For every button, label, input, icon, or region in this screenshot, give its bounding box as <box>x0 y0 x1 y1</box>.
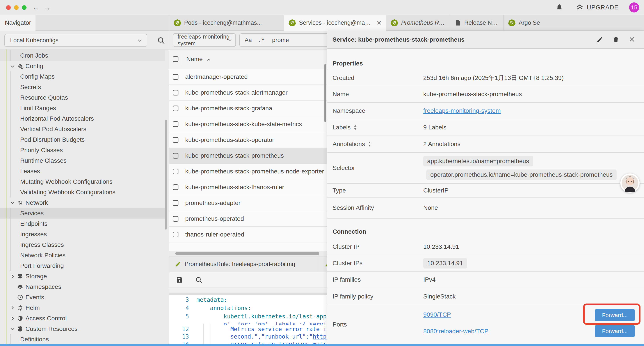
sidebar-item-vertical-pod-autoscalers[interactable]: Vertical Pod Autoscalers <box>0 124 165 134</box>
tab-close-icon[interactable]: ✕ <box>376 19 382 26</box>
select-all-checkbox[interactable] <box>173 56 178 62</box>
namespace-select-value: freeleaps-monitoring-system <box>178 33 236 47</box>
sidebar-item-runtime-classes[interactable]: Runtime Classes <box>0 155 165 166</box>
tree-accent-guide <box>6 49 7 346</box>
sidebar-item-cron-jobs[interactable]: Cron Jobs <box>0 50 165 61</box>
sidebar-item-horizontal-pod-autoscalers[interactable]: Horizontal Pod Autoscalers <box>0 113 165 124</box>
sidebar-item-config[interactable]: Config <box>0 61 165 71</box>
table-horizontal-scrollbar[interactable] <box>175 252 319 255</box>
sort-both-icon[interactable] <box>353 125 358 130</box>
sidebar-item-validating-webhook-configurations[interactable]: Validating Webhook Configurations <box>0 187 165 198</box>
sidebar-item-network[interactable]: Network <box>0 198 165 208</box>
sidebar-item-secrets[interactable]: Secrets <box>0 82 165 92</box>
row-checkbox[interactable] <box>173 184 178 190</box>
row-checkbox[interactable] <box>173 74 178 80</box>
back-button[interactable]: ← <box>32 3 40 11</box>
chevron-right-icon[interactable] <box>10 274 16 279</box>
detail-row-name: Namekube-prometheus-stack-prometheus <box>327 86 644 103</box>
sidebar-item-storage[interactable]: Storage <box>0 271 165 282</box>
row-checkbox[interactable] <box>173 106 178 111</box>
chevron-down-icon[interactable] <box>10 63 16 69</box>
row-checkbox[interactable] <box>173 232 178 237</box>
port-link-9090-tcp[interactable]: 9090/TCP <box>423 311 451 318</box>
chevron-right-icon[interactable] <box>10 305 16 311</box>
sidebar-item-priority-classes[interactable]: Priority Classes <box>0 145 165 155</box>
sidebar-item-pod-disruption-budgets[interactable]: Pod Disruption Budgets <box>0 134 165 145</box>
tree-indent-guide <box>10 208 10 271</box>
close-icon[interactable] <box>629 36 635 43</box>
tab-release-notes[interactable]: Release Notes <box>450 15 504 31</box>
search-icon[interactable] <box>157 36 165 45</box>
sidebar-item-mutating-webhook-configurations[interactable]: Mutating Webhook Configurations <box>0 177 165 187</box>
tab-argo-se[interactable]: Argo Se <box>504 15 644 31</box>
sidebar-item-services[interactable]: Services <box>0 208 165 219</box>
sort-both-icon[interactable] <box>367 141 372 147</box>
sidebar-item-port-forwarding[interactable]: Port Forwarding <box>0 261 165 271</box>
namespaces-icon <box>17 284 24 290</box>
detail-panel-title: Service: kube-prometheus-stack-prometheu… <box>332 36 464 43</box>
regex-toggle[interactable]: .* <box>258 37 265 43</box>
chevron-down-icon[interactable] <box>10 200 16 206</box>
window-minimize-button[interactable] <box>14 5 19 10</box>
row-checkbox[interactable] <box>173 137 178 143</box>
match-case-toggle[interactable]: Aa <box>244 37 252 43</box>
sidebar-item-endpoints[interactable]: Endpoints <box>0 219 165 229</box>
assistant-avatar[interactable] <box>620 173 640 193</box>
tab-label: Argo Se <box>518 19 640 26</box>
sidebar-item-definitions[interactable]: Definitions <box>0 334 165 345</box>
sidebar-item-ingress-classes[interactable]: Ingress Classes <box>0 240 165 250</box>
chevron-down-icon[interactable] <box>10 326 16 332</box>
search-input[interactable]: prome <box>272 37 289 43</box>
sidebar-item-network-policies[interactable]: Network Policies <box>0 250 165 261</box>
tab-pods-icecheng-mathmas[interactable]: Pods - icecheng@mathmas... <box>169 15 284 31</box>
sidebar-item-leases[interactable]: Leases <box>0 166 165 177</box>
edit-icon[interactable] <box>596 36 603 43</box>
tab-services-icecheng-math[interactable]: Services - icecheng@math...✕ <box>284 15 386 31</box>
port-link-8080-reloader-web-tcp[interactable]: 8080:reloader-web/TCP <box>423 328 488 335</box>
detail-row-type: TypeClusterIP <box>327 184 644 198</box>
chevron-right-icon[interactable] <box>10 316 16 321</box>
row-checkbox[interactable] <box>173 216 178 222</box>
window-close-button[interactable] <box>6 5 11 10</box>
notification-badge[interactable]: 15 <box>629 2 639 12</box>
editor-search-icon[interactable] <box>195 276 202 284</box>
sidebar-item-helm[interactable]: Helm <box>0 303 165 313</box>
row-checkbox[interactable] <box>173 153 178 159</box>
line-number: 13 <box>169 333 189 340</box>
sidebar-item-label: Helm <box>26 304 40 311</box>
upgrade-button[interactable]: UPGRADE <box>576 3 618 11</box>
dock-tab-prometheusrule[interactable]: PrometheusRule: freeleaps-prod-rabbitmq <box>169 256 319 272</box>
namespace-select[interactable]: freeleaps-monitoring-system <box>173 33 236 47</box>
sidebar-item-access-control[interactable]: Access Control <box>0 313 165 324</box>
save-icon[interactable] <box>176 276 183 284</box>
navigator-tab[interactable]: Navigator <box>0 15 36 31</box>
detail-row-cluster-ips: Cluster IPs10.233.14.91 <box>327 255 644 272</box>
row-checkbox[interactable] <box>173 200 178 206</box>
tab-prometheus-rules-icecheng[interactable]: Prometheus Rules - icecheng... <box>386 15 450 31</box>
sidebar-item-label: Namespaces <box>26 283 61 290</box>
sidebar-item-custom-resources[interactable]: Custom Resources <box>0 324 165 334</box>
sidebar-item-events[interactable]: Events <box>0 292 165 303</box>
namespace-link[interactable]: freeleaps-monitoring-system <box>423 107 501 114</box>
sidebar-item-limit-ranges[interactable]: Limit Ranges <box>0 103 165 113</box>
events-icon <box>17 294 24 301</box>
sidebar-item-ingresses[interactable]: Ingresses <box>0 229 165 240</box>
forward-button[interactable]: → <box>44 3 51 11</box>
kubeconfig-select[interactable]: Local Kubeconfigs <box>4 34 147 47</box>
table-vertical-scrollbar[interactable] <box>324 64 326 122</box>
sidebar-item-namespaces[interactable]: Namespaces <box>0 282 165 292</box>
name-column-header[interactable]: Name <box>186 56 203 63</box>
sort-ascending-icon[interactable] <box>206 57 211 63</box>
row-checkbox[interactable] <box>173 121 178 127</box>
row-checkbox[interactable] <box>173 90 178 95</box>
sidebar-item-config-maps[interactable]: Config Maps <box>0 71 165 82</box>
sidebar-item-resource-quotas[interactable]: Resource Quotas <box>0 92 165 103</box>
bell-icon[interactable] <box>556 4 563 11</box>
sidebar-scrollbar[interactable] <box>165 120 167 230</box>
sidebar-item-label: Resource Quotas <box>20 94 68 101</box>
window-zoom-button[interactable] <box>22 5 26 10</box>
row-checkbox[interactable] <box>173 169 178 174</box>
detail-row-value: 253d 16h 6m ago (2025年1月13日 GMT+8 1:25:3… <box>423 74 564 82</box>
forward-button-8080-reloader-web-tcp[interactable]: Forward... <box>595 325 635 337</box>
delete-icon[interactable] <box>612 36 620 43</box>
